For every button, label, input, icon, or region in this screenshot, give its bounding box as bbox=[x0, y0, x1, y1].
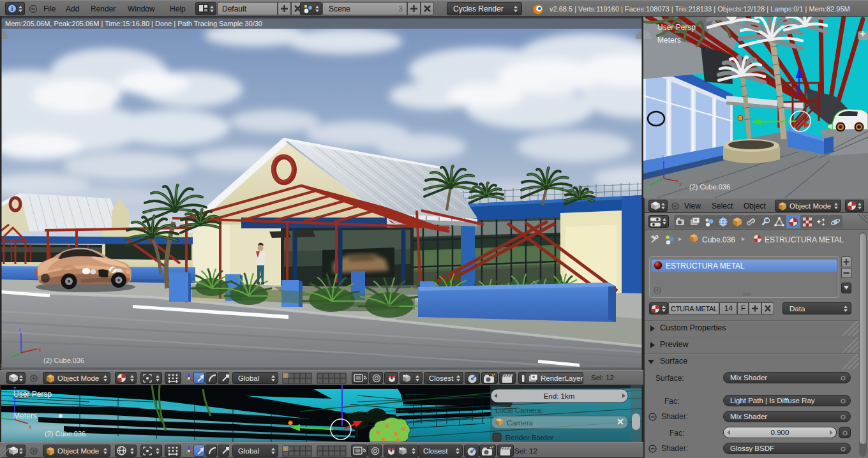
svg-text:Mem:205.06M, Peak:205.06M | Ti: Mem:205.06M, Peak:205.06M | Time:15:16.8… bbox=[5, 20, 262, 27]
svg-text:(2) Cube.036: (2) Cube.036 bbox=[45, 430, 86, 438]
svg-text:Render Border: Render Border bbox=[505, 434, 554, 441]
svg-text:Meters: Meters bbox=[657, 36, 681, 45]
svg-text:Meters: Meters bbox=[13, 411, 37, 420]
svg-text:User Persp: User Persp bbox=[657, 23, 696, 32]
svg-text:z: z bbox=[19, 326, 22, 332]
svg-text:z: z bbox=[661, 154, 664, 160]
svg-text:(2) Cube.036: (2) Cube.036 bbox=[43, 357, 84, 364]
svg-text:y: y bbox=[646, 185, 649, 191]
svg-text:User Persp: User Persp bbox=[13, 390, 52, 399]
svg-text:x: x bbox=[679, 181, 682, 188]
svg-text:Camera: Camera bbox=[507, 419, 534, 427]
svg-text:(2) Cube.036: (2) Cube.036 bbox=[689, 183, 730, 191]
svg-text:ESTRUCTURA METAL: ESTRUCTURA METAL bbox=[765, 235, 844, 244]
svg-text:Cube.036: Cube.036 bbox=[702, 235, 735, 244]
svg-text:Local Camera:: Local Camera: bbox=[495, 406, 543, 414]
svg-text:x: x bbox=[38, 346, 41, 353]
svg-text:x: x bbox=[29, 424, 32, 430]
svg-text:End: 1km: End: 1km bbox=[544, 392, 575, 400]
svg-text:i: i bbox=[11, 5, 13, 12]
